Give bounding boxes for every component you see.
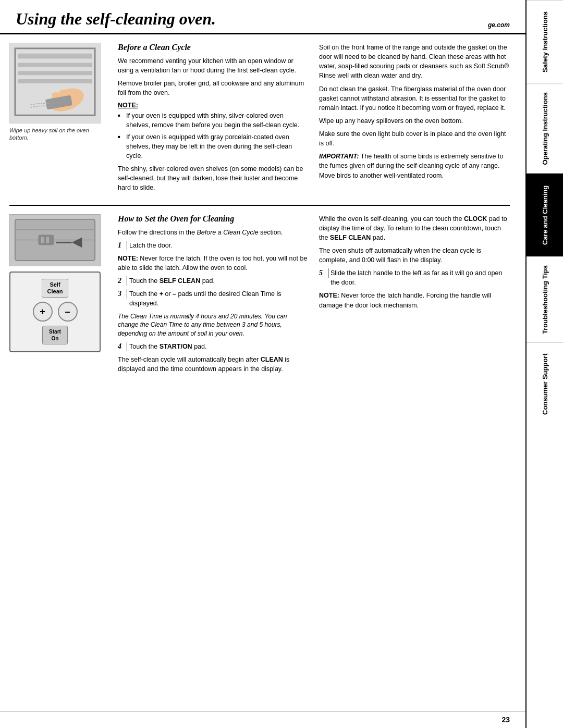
step-2: 2 Touch the SELF CLEAN pad.	[118, 276, 309, 286]
before-clean-heading: Before a Clean Cycle	[118, 43, 309, 52]
clean-time-note: The Clean Time is normally 4 hours and 2…	[118, 312, 309, 338]
before-clean-p2: Remove broiler pan, broiler grid, all co…	[118, 79, 309, 97]
step-1: 1 Latch the door.	[118, 241, 309, 250]
svg-rect-19	[41, 237, 44, 243]
step-4: 4 Touch the START/ON pad.	[118, 342, 309, 351]
oven-image	[9, 43, 101, 124]
content-area: Wipe up heavy soil on the oven bottom. B…	[0, 34, 525, 711]
how-to-set-heading: How to Set the Oven for Cleaning	[118, 214, 309, 224]
image-caption: Wipe up heavy soil on the oven bottom.	[9, 127, 108, 142]
important-label: IMPORTANT:	[319, 153, 359, 160]
shuts-off-p: The oven shuts off automatically when th…	[319, 246, 510, 265]
svg-rect-10	[75, 91, 81, 103]
how-to-set-col2: While the oven is self-cleaning, you can…	[319, 214, 510, 711]
control-panel-image: Self Clean + – Start On	[9, 272, 101, 352]
plus-icon: +	[40, 306, 45, 317]
sidebar-label-safety: Safety Instructions	[541, 11, 549, 72]
before-clean-col2: Soil on the front frame of the range and…	[319, 43, 510, 196]
sidebar-label-operating: Operating Instructions	[541, 92, 549, 165]
how-to-intro: Follow the directions in the Before a Cl…	[118, 228, 309, 237]
step-1-number: 1	[118, 241, 127, 250]
text-columns: Before a Clean Cycle We recommend ventin…	[118, 43, 510, 196]
step-5-number: 5	[319, 268, 328, 278]
before-clean-p3: The shiny, silver-colored oven shelves (…	[118, 164, 309, 192]
self-clean-text: Self Clean	[47, 281, 63, 294]
right-p1: Soil on the front frame of the range and…	[319, 43, 510, 81]
start-on-label: Start On	[49, 329, 61, 341]
before-clean-col1: Before a Clean Cycle We recommend ventin…	[118, 43, 309, 196]
step-4-number: 4	[118, 342, 127, 351]
right-p4: Make sure the oven light bulb cover is i…	[319, 129, 510, 148]
svg-rect-3	[18, 71, 92, 75]
step-3-number: 3	[118, 289, 127, 299]
sidebar-item-operating[interactable]: Operating Instructions	[527, 83, 563, 173]
note-bold: NOTE:	[118, 255, 138, 262]
svg-rect-1	[18, 54, 92, 59]
minus-button-display: –	[58, 302, 78, 322]
before-clean-section: Wipe up heavy soil on the oven bottom. B…	[9, 34, 510, 206]
step-2-number: 2	[118, 276, 127, 286]
right-p5: IMPORTANT: The health of some birds is e…	[319, 152, 510, 180]
step-4-text: Touch the START/ON pad.	[129, 342, 206, 351]
self-clean-button-display: Self Clean	[42, 279, 69, 298]
sidebar-label-troubleshooting: Troubleshooting Tips	[541, 265, 549, 334]
before-clean-p1: We recommend venting your kitchen with a…	[118, 56, 309, 75]
step-1-text: Latch the door.	[129, 241, 173, 250]
svg-rect-2	[18, 63, 92, 67]
page-title: Using the self-cleaning oven.	[16, 9, 216, 29]
right-p2: Do not clean the gasket. The fiberglass …	[319, 84, 510, 113]
bottom-text-columns: How to Set the Oven for Cleaning Follow …	[118, 214, 510, 711]
step1-note: NOTE: Never force the latch. If the oven…	[118, 254, 309, 273]
sidebar-item-consumer[interactable]: Consumer Support	[527, 342, 563, 426]
sidebar-label-care: Care and Cleaning	[541, 186, 549, 245]
page-footer: 23	[0, 711, 525, 728]
site-url: ge.com	[488, 21, 510, 29]
while-cleaning-p: While the oven is self-cleaning, you can…	[319, 214, 510, 242]
start-on-button-display: Start On	[42, 326, 68, 344]
step5-note: NOTE: Never force the latch handle. Forc…	[319, 291, 510, 310]
bullet-list: If your oven is equipped with shiny, sil…	[118, 111, 309, 161]
bullet-item-1: If your oven is equipped with shiny, sil…	[118, 111, 309, 130]
left-image-column: Wipe up heavy soil on the oven bottom.	[9, 43, 108, 196]
step-2-text: Touch the SELF CLEAN pad.	[129, 276, 215, 286]
self-clean-label: Self Clean	[47, 281, 63, 295]
right-p3: Wipe up any heavy spillovers on the oven…	[319, 116, 510, 126]
step-5: 5 Slide the latch handle to the left as …	[319, 268, 510, 287]
how-to-set-col1: How to Set the Oven for Cleaning Follow …	[118, 214, 309, 711]
bullet-item-2: If your oven is equipped with gray porce…	[118, 132, 309, 161]
plus-minus-row: + –	[33, 302, 78, 322]
sidebar-item-troubleshooting[interactable]: Troubleshooting Tips	[527, 256, 563, 342]
step-3: 3 Touch the + or – pads until the desire…	[118, 289, 309, 308]
page-header: Using the self-cleaning oven. ge.com	[0, 0, 525, 34]
bottom-left-column: Self Clean + – Start On	[9, 214, 108, 711]
sidebar-item-care[interactable]: Care and Cleaning	[527, 173, 563, 256]
step-5-text: Slide the latch handle to the left as fa…	[331, 268, 510, 287]
how-to-set-section: Self Clean + – Start On	[9, 206, 510, 711]
minus-icon: –	[65, 306, 70, 317]
step-3-text: Touch the + or – pads until the desired …	[129, 289, 309, 308]
oven-top-image	[9, 214, 101, 266]
svg-rect-20	[46, 237, 49, 243]
note-label: NOTE:	[118, 102, 309, 109]
plus-button-display: +	[33, 302, 53, 322]
sidebar-item-safety[interactable]: Safety Instructions	[527, 0, 563, 83]
svg-rect-4	[18, 79, 92, 83]
clean-cycle-p: The self-clean cycle will automatically …	[118, 355, 309, 374]
sidebar: Safety Instructions Operating Instructio…	[525, 0, 563, 728]
page-number: 23	[501, 715, 510, 724]
sidebar-label-consumer: Consumer Support	[541, 354, 549, 415]
